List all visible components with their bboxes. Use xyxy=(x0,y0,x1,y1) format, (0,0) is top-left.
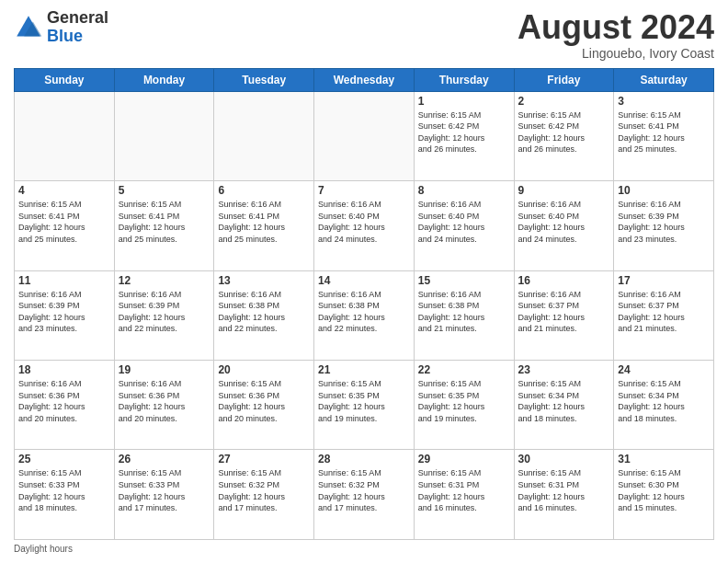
logo: General Blue xyxy=(14,9,108,46)
day-info: Sunrise: 6:16 AM Sunset: 6:40 PM Dayligh… xyxy=(418,199,510,245)
day-info: Sunrise: 6:15 AM Sunset: 6:32 PM Dayligh… xyxy=(318,467,410,513)
day-info: Sunrise: 6:15 AM Sunset: 6:35 PM Dayligh… xyxy=(418,378,510,424)
day-number: 27 xyxy=(218,453,310,465)
day-info: Sunrise: 6:15 AM Sunset: 6:31 PM Dayligh… xyxy=(518,467,610,513)
day-info: Sunrise: 6:16 AM Sunset: 6:37 PM Dayligh… xyxy=(618,289,710,335)
day-number: 19 xyxy=(119,363,210,376)
day-number: 7 xyxy=(318,184,410,197)
calendar-week-5: 25Sunrise: 6:15 AM Sunset: 6:33 PM Dayli… xyxy=(15,450,714,540)
day-number: 8 xyxy=(418,184,510,197)
calendar-table: SundayMondayTuesdayWednesdayThursdayFrid… xyxy=(14,68,714,540)
calendar-cell: 24Sunrise: 6:15 AM Sunset: 6:34 PM Dayli… xyxy=(614,361,714,450)
calendar-cell xyxy=(114,91,214,180)
day-number: 13 xyxy=(218,274,310,287)
calendar-cell: 5Sunrise: 6:15 AM Sunset: 6:41 PM Daylig… xyxy=(114,181,214,270)
day-info: Sunrise: 6:15 AM Sunset: 6:42 PM Dayligh… xyxy=(518,109,610,155)
calendar-week-2: 4Sunrise: 6:15 AM Sunset: 6:41 PM Daylig… xyxy=(15,181,714,270)
day-info: Sunrise: 6:16 AM Sunset: 6:36 PM Dayligh… xyxy=(18,378,110,424)
logo-general-text: General xyxy=(47,8,108,27)
day-info: Sunrise: 6:16 AM Sunset: 6:41 PM Dayligh… xyxy=(218,199,310,245)
day-info: Sunrise: 6:16 AM Sunset: 6:40 PM Dayligh… xyxy=(518,199,610,245)
day-info: Sunrise: 6:16 AM Sunset: 6:38 PM Dayligh… xyxy=(418,289,510,335)
day-number: 23 xyxy=(518,363,610,376)
day-number: 18 xyxy=(18,363,110,376)
day-info: Sunrise: 6:15 AM Sunset: 6:31 PM Dayligh… xyxy=(418,467,510,513)
weekday-header-sunday: Sunday xyxy=(15,68,115,91)
day-number: 12 xyxy=(119,274,210,287)
calendar-cell: 25Sunrise: 6:15 AM Sunset: 6:33 PM Dayli… xyxy=(15,450,115,540)
day-number: 24 xyxy=(618,363,710,376)
day-number: 17 xyxy=(618,274,710,287)
day-info: Sunrise: 6:16 AM Sunset: 6:37 PM Dayligh… xyxy=(518,289,610,335)
calendar-week-4: 18Sunrise: 6:16 AM Sunset: 6:36 PM Dayli… xyxy=(15,361,714,450)
calendar-cell xyxy=(15,91,115,180)
calendar-cell: 28Sunrise: 6:15 AM Sunset: 6:32 PM Dayli… xyxy=(314,450,415,540)
day-info: Sunrise: 6:16 AM Sunset: 6:39 PM Dayligh… xyxy=(18,289,110,335)
calendar-week-3: 11Sunrise: 6:16 AM Sunset: 6:39 PM Dayli… xyxy=(15,270,714,360)
day-number: 10 xyxy=(618,184,710,197)
page: General Blue August 2024 Lingouebo, Ivor… xyxy=(0,0,728,563)
day-number: 11 xyxy=(18,274,110,287)
day-number: 29 xyxy=(418,453,510,465)
day-number: 21 xyxy=(318,363,410,376)
day-info: Sunrise: 6:16 AM Sunset: 6:39 PM Dayligh… xyxy=(618,199,710,245)
calendar-cell: 26Sunrise: 6:15 AM Sunset: 6:33 PM Dayli… xyxy=(114,450,214,540)
calendar-week-1: 1Sunrise: 6:15 AM Sunset: 6:42 PM Daylig… xyxy=(15,91,714,180)
calendar-cell: 23Sunrise: 6:15 AM Sunset: 6:34 PM Dayli… xyxy=(514,361,614,450)
calendar-cell: 17Sunrise: 6:16 AM Sunset: 6:37 PM Dayli… xyxy=(614,270,714,360)
calendar-cell: 12Sunrise: 6:16 AM Sunset: 6:39 PM Dayli… xyxy=(114,270,214,360)
day-number: 2 xyxy=(518,95,610,108)
calendar-cell: 4Sunrise: 6:15 AM Sunset: 6:41 PM Daylig… xyxy=(15,181,115,270)
calendar-cell: 6Sunrise: 6:16 AM Sunset: 6:41 PM Daylig… xyxy=(214,181,314,270)
day-info: Sunrise: 6:15 AM Sunset: 6:42 PM Dayligh… xyxy=(418,109,510,155)
day-info: Sunrise: 6:15 AM Sunset: 6:41 PM Dayligh… xyxy=(18,199,110,245)
weekday-header-row: SundayMondayTuesdayWednesdayThursdayFrid… xyxy=(15,68,714,91)
day-info: Sunrise: 6:16 AM Sunset: 6:38 PM Dayligh… xyxy=(318,289,410,335)
calendar-cell: 14Sunrise: 6:16 AM Sunset: 6:38 PM Dayli… xyxy=(314,270,415,360)
calendar-cell: 8Sunrise: 6:16 AM Sunset: 6:40 PM Daylig… xyxy=(414,181,514,270)
calendar-cell: 19Sunrise: 6:16 AM Sunset: 6:36 PM Dayli… xyxy=(114,361,214,450)
calendar-cell: 2Sunrise: 6:15 AM Sunset: 6:42 PM Daylig… xyxy=(514,91,614,180)
day-info: Sunrise: 6:15 AM Sunset: 6:34 PM Dayligh… xyxy=(618,378,710,424)
day-info: Sunrise: 6:15 AM Sunset: 6:41 PM Dayligh… xyxy=(119,199,210,245)
calendar-cell: 3Sunrise: 6:15 AM Sunset: 6:41 PM Daylig… xyxy=(614,91,714,180)
day-number: 26 xyxy=(119,453,210,465)
day-number: 15 xyxy=(418,274,510,287)
calendar-cell: 9Sunrise: 6:16 AM Sunset: 6:40 PM Daylig… xyxy=(514,181,614,270)
day-info: Sunrise: 6:15 AM Sunset: 6:34 PM Dayligh… xyxy=(518,378,610,424)
calendar-cell: 27Sunrise: 6:15 AM Sunset: 6:32 PM Dayli… xyxy=(214,450,314,540)
day-info: Sunrise: 6:15 AM Sunset: 6:32 PM Dayligh… xyxy=(218,467,310,513)
day-number: 9 xyxy=(518,184,610,197)
day-number: 6 xyxy=(218,184,310,197)
day-number: 14 xyxy=(318,274,410,287)
day-number: 25 xyxy=(18,453,110,465)
title-block: August 2024 Lingouebo, Ivory Coast xyxy=(518,9,714,61)
day-number: 1 xyxy=(418,95,510,108)
calendar-cell xyxy=(214,91,314,180)
logo-icon xyxy=(14,13,43,42)
calendar-cell: 18Sunrise: 6:16 AM Sunset: 6:36 PM Dayli… xyxy=(15,361,115,450)
calendar-cell: 7Sunrise: 6:16 AM Sunset: 6:40 PM Daylig… xyxy=(314,181,415,270)
day-number: 5 xyxy=(119,184,210,197)
day-number: 30 xyxy=(518,453,610,465)
calendar-cell: 10Sunrise: 6:16 AM Sunset: 6:39 PM Dayli… xyxy=(614,181,714,270)
day-number: 16 xyxy=(518,274,610,287)
logo-blue-text: Blue xyxy=(47,27,83,45)
day-info: Sunrise: 6:16 AM Sunset: 6:38 PM Dayligh… xyxy=(218,289,310,335)
header: General Blue August 2024 Lingouebo, Ivor… xyxy=(14,9,714,61)
day-number: 3 xyxy=(618,95,710,108)
day-number: 20 xyxy=(218,363,310,376)
day-info: Sunrise: 6:16 AM Sunset: 6:40 PM Dayligh… xyxy=(318,199,410,245)
calendar-cell: 30Sunrise: 6:15 AM Sunset: 6:31 PM Dayli… xyxy=(514,450,614,540)
weekday-header-wednesday: Wednesday xyxy=(314,68,415,91)
day-number: 31 xyxy=(618,453,710,465)
calendar-cell: 1Sunrise: 6:15 AM Sunset: 6:42 PM Daylig… xyxy=(414,91,514,180)
calendar-cell: 20Sunrise: 6:15 AM Sunset: 6:36 PM Dayli… xyxy=(214,361,314,450)
day-info: Sunrise: 6:16 AM Sunset: 6:36 PM Dayligh… xyxy=(119,378,210,424)
day-info: Sunrise: 6:15 AM Sunset: 6:41 PM Dayligh… xyxy=(618,109,710,155)
calendar-cell: 13Sunrise: 6:16 AM Sunset: 6:38 PM Dayli… xyxy=(214,270,314,360)
weekday-header-friday: Friday xyxy=(514,68,614,91)
day-info: Sunrise: 6:15 AM Sunset: 6:30 PM Dayligh… xyxy=(618,467,710,513)
calendar-cell xyxy=(314,91,415,180)
calendar-cell: 11Sunrise: 6:16 AM Sunset: 6:39 PM Dayli… xyxy=(15,270,115,360)
